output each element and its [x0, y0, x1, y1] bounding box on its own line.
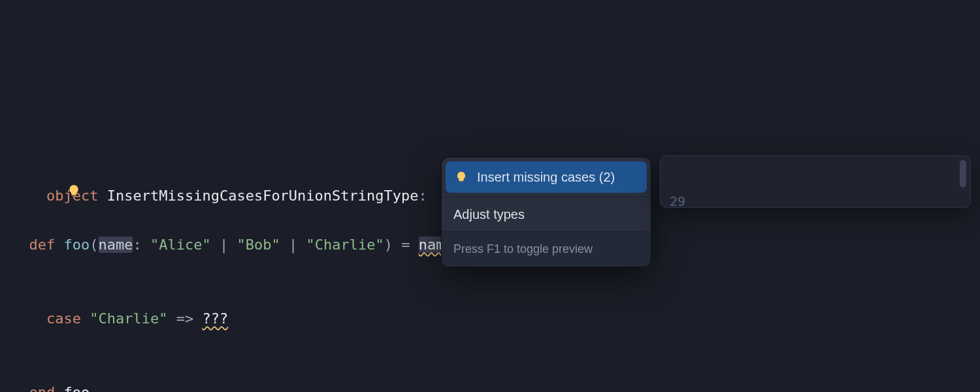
code-editor[interactable]: object InsertMissingCasesForUnionStringT…	[12, 110, 505, 392]
code-line: object InsertMissingCasesForUnionStringT…	[12, 159, 505, 184]
keyword-object: ob	[46, 188, 64, 204]
quickfix-item-label: Adjust types	[453, 207, 525, 222]
quickfix-item-label: Insert missing cases (2)	[477, 170, 615, 185]
keyword-def: def	[29, 237, 56, 253]
keyword-case: case	[46, 310, 81, 327]
scrollbar-thumb[interactable]	[960, 160, 966, 188]
quickfix-popup: Insert missing cases (2) Adjust types Pr…	[441, 157, 651, 267]
code-line: def foo(name: "Alice" | "Bob" | "Charlie…	[12, 233, 505, 257]
function-name: foo	[64, 237, 90, 253]
keyword-object-rest: ject	[63, 188, 98, 204]
quickfix-footer-hint: Press F1 to toggle preview	[442, 231, 651, 267]
code-line: case "Charlie" => ???	[12, 306, 505, 331]
placeholder: ???	[202, 310, 228, 327]
lightbulb-icon[interactable]	[15, 156, 31, 172]
type-name: InsertMissingCasesForUnionStringType	[107, 188, 419, 204]
quickfix-item-adjust-types[interactable]: Adjust types	[442, 197, 651, 231]
code-line: end foo	[12, 380, 505, 392]
quickfix-item-insert-missing-cases[interactable]: Insert missing cases (2)	[446, 161, 647, 193]
keyword-end: end	[29, 384, 56, 392]
line-number: 29	[670, 189, 693, 208]
preview-line: 29 case "Alice" => ???	[661, 189, 970, 208]
lightbulb-icon	[453, 169, 469, 185]
quickfix-preview-panel: 29 case "Alice" => ??? 30 case "Bob" => …	[660, 155, 971, 208]
param-name: name	[99, 237, 133, 253]
